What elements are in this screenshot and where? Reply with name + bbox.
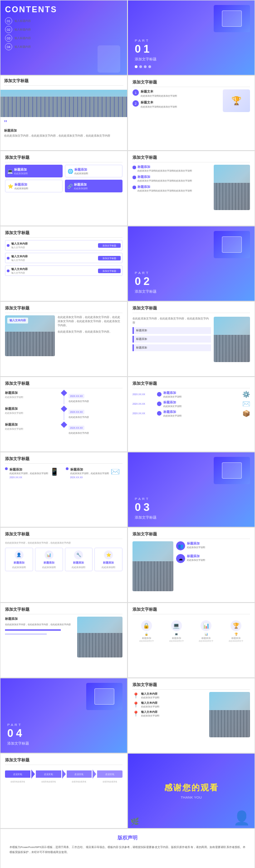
item-content: 标题添加 此处添加文字说明此处添加文字说明此处添加文字说明 [137, 175, 192, 182]
ir2-label: 输入文本内容 [141, 701, 159, 705]
process-box-4: 企业文化 [97, 770, 123, 778]
input-row-2: 输入文本内容 输入文字内容 添加文字标题 [5, 253, 123, 263]
building-pattern [0, 97, 127, 117]
slide-title: 添加文字标题 [132, 682, 250, 690]
slide-title: 添加文字标题 [132, 607, 250, 614]
quote-mark: " [4, 119, 123, 128]
t-dot [157, 402, 162, 406]
icon-sub-4: 标题添加 [223, 637, 249, 639]
slide-two-col: 添加文字标题 标题添加 在此处添加文字内容，在此处添加文字内容，在此处添加文字内… [0, 603, 128, 678]
process-arrow-1 [31, 770, 35, 779]
middle-bar [62, 407, 66, 420]
dot-1 [135, 65, 137, 68]
row-label: 输入文本内容 [11, 267, 96, 271]
item-left: 标题添加 此处添加文字说明 [5, 422, 59, 430]
card-label-4: 标题添加 [97, 561, 120, 565]
diamond-shape [60, 422, 67, 428]
box-2-label: 标题添加 [74, 167, 88, 172]
building-image [0, 90, 127, 117]
slide-title: 添加文字标题 [5, 757, 123, 765]
slide-title: 添加文字标题 [132, 79, 250, 87]
middle-bar [62, 391, 66, 404]
icon-sub-1: 标题添加 [134, 637, 159, 639]
side-image [132, 541, 173, 591]
building-pattern [209, 710, 250, 737]
ir2-icon-3: 📍 [132, 711, 139, 717]
card-label-1: 标题添加 [8, 561, 30, 565]
quote-section: " 标题添加 在此处添加文字内容，在此处添加文字内容，在此处添加文字内容，在此处… [0, 117, 127, 140]
num-badge-2: 2 [132, 100, 139, 107]
p-label-4: 企业文化企业文化 [97, 780, 123, 783]
t-title: 标题添加 [70, 467, 109, 472]
item-desc: 在此处添加文字内容 [69, 432, 123, 434]
slide-part04: PART 04 添加文字标题 [0, 678, 128, 753]
icon-label-3: 📊 [194, 633, 219, 636]
item-1-content: 标题文本 此处添加文字说明此处添加文字说明 [141, 89, 177, 98]
icon-text-1: 此处添加说明文字 [134, 640, 159, 642]
ri-content: 标题添加 此处添加文字说明 [187, 541, 205, 549]
item-1-text: 此处添加文字说明此处添加文字说明 [141, 94, 177, 98]
p-label-3: 企业文化企业文化 [67, 780, 92, 783]
spacer [31, 780, 35, 783]
t-desc: 此处添加文字说明，此处添加文字说明 [70, 472, 109, 475]
connector-line [64, 395, 64, 404]
thanks-subtitle: THANK YOU [181, 795, 202, 799]
badge-1: 标题添加 [132, 327, 211, 334]
items-container: 1 标题文本 此处添加文字说明此处添加文字说明 2 标题文本 此处添加文字说明此… [132, 89, 250, 112]
icon-2: 💻 [171, 620, 182, 631]
card-icon-2: 📊 [44, 550, 54, 559]
timeline-container: 标题添加 此处添加文字说明 202X.XX.XX 在此处添加文字内容 标题添加 … [5, 391, 123, 434]
badge-3: 标题添加 [132, 344, 211, 351]
row-sublabel: 输入文字内容 [11, 259, 96, 261]
slide-part01: PART 01 添加文字标题 [128, 0, 255, 75]
part-label: PART [135, 271, 157, 275]
slide-input-rows: 添加文字标题 输入文本内容 输入文字内容 添加文字标题 输入文本内容 输入文字内… [0, 226, 128, 301]
t-icon: ✉️ [111, 467, 120, 476]
timeline-item-2: 标题添加 此处添加文字说明 202X.XX.XX 在此处添加文字内容 [5, 407, 123, 420]
item-2: 2 标题文本 此处添加文字说明此处添加文字说明 [132, 100, 220, 108]
item-text: 此处添加文字说明此处添加文字说明此处添加文字说明 [137, 169, 192, 172]
slide-title: 添加文字标题 [132, 531, 250, 539]
right-item-1: 标题添加 此处添加文字说明此处添加文字说明此处添加文字说明 [132, 165, 211, 172]
t-icon: ⚙️ [242, 391, 250, 398]
icon-label-4: 🏆 [223, 633, 249, 636]
icon-item-4: 🏆 🏆 标题添加 此处添加说明文字 [222, 618, 250, 644]
row-content: 输入文本内容 输入文字内容 [11, 242, 96, 249]
t-item-2: 202X.XX.XX 标题添加 此处添加文字说明 ✉️ [132, 400, 250, 407]
slide-right-items-2: 添加文字标题 👥 标题添加 此处添加文字说明 ☁ 标题添 [128, 527, 255, 603]
t-dot [157, 411, 162, 416]
trophy-icon: 🏆 [223, 89, 250, 112]
part-number: 04 [7, 727, 29, 740]
t-content: 标题添加 此处添加文字说明 [163, 410, 181, 417]
item-title: 标题添加 [5, 422, 59, 427]
content: 📍 输入文本内容 此处添加文字说明 📍 输入文本内容 此处添加文字说明 📍 [132, 692, 250, 737]
item-desc: 在此处添加文字内容 [69, 416, 123, 418]
t-icon: 📱 [50, 467, 59, 476]
left-items: 标题添加 在此处添加文字内容，在此处添加文字内容，在此处添加文字内容 [5, 617, 75, 657]
t-item: 标题添加 此处添加文字说明，此处添加文字说明 202X.XX.XX ✉️ [66, 467, 123, 479]
contents-title: CONTENTS [5, 5, 123, 15]
num-badge-1: 1 [132, 89, 139, 96]
item-title: 标题添加 [5, 391, 59, 395]
item-1-title: 标题文本 [141, 89, 177, 94]
box-3-icon: ⭐ [8, 184, 13, 189]
ri-text-2: 此处添加文字说明 [187, 559, 205, 562]
dot-1 [132, 166, 136, 169]
box-3-text: 此处添加说明 [15, 187, 28, 190]
ir2-icon-1: 📍 [132, 692, 139, 699]
diamond-shape [60, 406, 67, 412]
body-text: 在此处添加文字内容，在此处添加文字内容，在此处添加文字内容 [5, 541, 123, 545]
building-image-4 [209, 692, 250, 737]
t-text: 此处添加文字说明 [163, 405, 181, 407]
contents-item-3: 03 输入标题内容 [5, 34, 123, 42]
part-subtitle: 添加文字标题 [135, 515, 157, 520]
screen-element [222, 462, 242, 479]
ir2-content: 输入文本内容 此处添加文字说明 [141, 701, 159, 708]
screen-element [94, 688, 114, 705]
item-1: 1 标题文本 此处添加文字说明此处添加文字说明 [132, 89, 220, 98]
building-image [132, 541, 173, 591]
extra-timeline: 标题添加 此处添加文字说明，此处添加文字说明 202X.XX.XX 📱 标题添加 [5, 467, 123, 479]
box-4-text: 此处添加说明 [74, 187, 88, 190]
dot-3 [132, 186, 136, 189]
slide-title: 添加文字标题 [132, 381, 250, 388]
